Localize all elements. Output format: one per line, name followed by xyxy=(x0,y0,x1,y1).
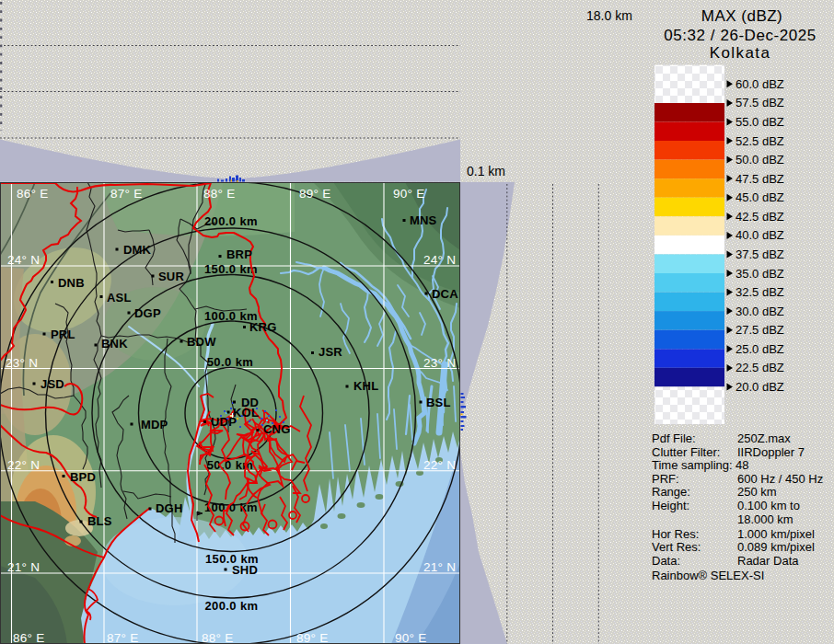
svg-text:Radar Data: Radar Data xyxy=(737,554,799,568)
svg-text:22° N: 22° N xyxy=(7,458,40,472)
svg-text:27.5 dBZ: 27.5 dBZ xyxy=(736,323,784,337)
svg-text:Time sampling:: Time sampling: xyxy=(652,458,733,472)
svg-text:MNS: MNS xyxy=(410,213,437,227)
svg-text:42.5 dBZ: 42.5 dBZ xyxy=(736,210,784,224)
svg-text:90° E: 90° E xyxy=(393,187,425,201)
svg-text:IIRDoppler 7: IIRDoppler 7 xyxy=(737,445,805,459)
svg-text:Height:: Height: xyxy=(652,499,689,512)
svg-text:37.5 dBZ: 37.5 dBZ xyxy=(736,247,784,261)
svg-text:BDW: BDW xyxy=(187,335,216,349)
svg-text:87° E: 87° E xyxy=(110,187,143,201)
svg-text:0.1 km: 0.1 km xyxy=(467,164,505,178)
svg-text:89° E: 89° E xyxy=(299,187,331,201)
svg-text:32.5 dBZ: 32.5 dBZ xyxy=(736,285,784,299)
svg-text:89° E: 89° E xyxy=(296,631,329,644)
svg-text:21° N: 21° N xyxy=(423,560,456,574)
svg-text:JSD: JSD xyxy=(41,377,64,391)
svg-text:DGP: DGP xyxy=(134,306,161,320)
svg-text:KRG: KRG xyxy=(249,320,277,334)
svg-text:SUR: SUR xyxy=(158,270,184,283)
svg-text:MAX (dBZ): MAX (dBZ) xyxy=(701,7,783,25)
svg-text:KHL: KHL xyxy=(353,379,378,393)
svg-text:MDP: MDP xyxy=(141,418,168,431)
svg-text:60.0 dBZ: 60.0 dBZ xyxy=(736,77,784,91)
svg-text:SHD: SHD xyxy=(232,563,258,577)
svg-text:87° E: 87° E xyxy=(107,631,139,644)
svg-text:21° N: 21° N xyxy=(7,560,40,574)
svg-text:22.5 dBZ: 22.5 dBZ xyxy=(736,361,784,374)
svg-text:52.5 dBZ: 52.5 dBZ xyxy=(736,134,784,148)
svg-text:18.000 km: 18.000 km xyxy=(737,512,793,526)
svg-text:KOL: KOL xyxy=(233,406,259,420)
svg-text:40.0 dBZ: 40.0 dBZ xyxy=(736,228,784,242)
svg-text:BSL: BSL xyxy=(426,396,451,409)
svg-text:UDP: UDP xyxy=(211,415,237,429)
svg-text:DMK: DMK xyxy=(123,243,152,257)
svg-text:48: 48 xyxy=(736,458,748,472)
svg-text:250Z.max: 250Z.max xyxy=(737,431,791,445)
svg-text:50.0 km: 50.0 km xyxy=(207,355,254,369)
svg-text:0.089 km/pixel: 0.089 km/pixel xyxy=(737,540,815,554)
svg-text:35.0 dBZ: 35.0 dBZ xyxy=(736,267,784,281)
svg-text:90° E: 90° E xyxy=(395,631,427,644)
svg-text:Pdf File:: Pdf File: xyxy=(652,431,696,445)
svg-text:57.5 dBZ: 57.5 dBZ xyxy=(736,96,784,109)
svg-text:25.0 dBZ: 25.0 dBZ xyxy=(736,342,784,356)
svg-text:150.0 km: 150.0 km xyxy=(204,262,258,276)
svg-text:PRF:: PRF: xyxy=(652,472,679,486)
svg-text:Range:: Range: xyxy=(652,485,690,499)
svg-text:DCA: DCA xyxy=(432,287,458,301)
svg-text:20.0 dBZ: 20.0 dBZ xyxy=(736,380,784,394)
svg-text:50.0 dBZ: 50.0 dBZ xyxy=(736,153,784,167)
svg-text:24° N: 24° N xyxy=(7,253,40,267)
svg-text:PRL: PRL xyxy=(51,328,75,341)
svg-text:Hor Res:: Hor Res: xyxy=(652,527,699,541)
svg-text:24° N: 24° N xyxy=(423,253,456,267)
svg-text:200.0 km: 200.0 km xyxy=(204,214,258,228)
svg-text:BRP: BRP xyxy=(226,247,252,261)
svg-text:55.0 dBZ: 55.0 dBZ xyxy=(736,115,784,129)
svg-text:ASL: ASL xyxy=(107,291,132,305)
svg-text:Kolkata: Kolkata xyxy=(710,44,771,62)
svg-text:200.0 km: 200.0 km xyxy=(204,599,258,613)
svg-text:0.100 km to: 0.100 km to xyxy=(737,499,800,512)
svg-text:250 km: 250 km xyxy=(737,485,777,499)
svg-text:BLS: BLS xyxy=(87,514,112,528)
svg-text:Clutter Filter:: Clutter Filter: xyxy=(652,445,720,459)
svg-text:JSR: JSR xyxy=(319,345,342,359)
svg-text:45.0 dBZ: 45.0 dBZ xyxy=(736,190,784,204)
svg-text:22° N: 22° N xyxy=(423,458,456,472)
svg-text:88° E: 88° E xyxy=(203,187,236,201)
svg-text:05:32 / 26-Dec-2025: 05:32 / 26-Dec-2025 xyxy=(664,27,816,44)
svg-text:23° N: 23° N xyxy=(423,356,456,370)
svg-text:18.0 km: 18.0 km xyxy=(586,8,632,23)
svg-text:47.5 dBZ: 47.5 dBZ xyxy=(736,172,784,186)
svg-text:CNG: CNG xyxy=(263,422,291,436)
svg-text:1.000 km/pixel: 1.000 km/pixel xyxy=(737,527,815,541)
svg-text:86° E: 86° E xyxy=(17,187,49,201)
svg-text:BPD: BPD xyxy=(70,470,96,484)
svg-text:86° E: 86° E xyxy=(13,631,45,644)
svg-text:30.0 dBZ: 30.0 dBZ xyxy=(736,305,784,318)
svg-text:Vert Res:: Vert Res: xyxy=(652,540,701,554)
svg-text:600 Hz / 450 Hz: 600 Hz / 450 Hz xyxy=(737,472,823,486)
svg-text:DGH: DGH xyxy=(156,501,183,515)
svg-text:BNK: BNK xyxy=(101,337,128,351)
svg-text:Rainbow® SELEX-SI: Rainbow® SELEX-SI xyxy=(652,569,764,582)
svg-text:23° N: 23° N xyxy=(6,356,38,370)
svg-text:DNB: DNB xyxy=(58,276,85,290)
svg-text:Data:: Data: xyxy=(652,554,680,568)
svg-text:88° E: 88° E xyxy=(202,631,234,644)
